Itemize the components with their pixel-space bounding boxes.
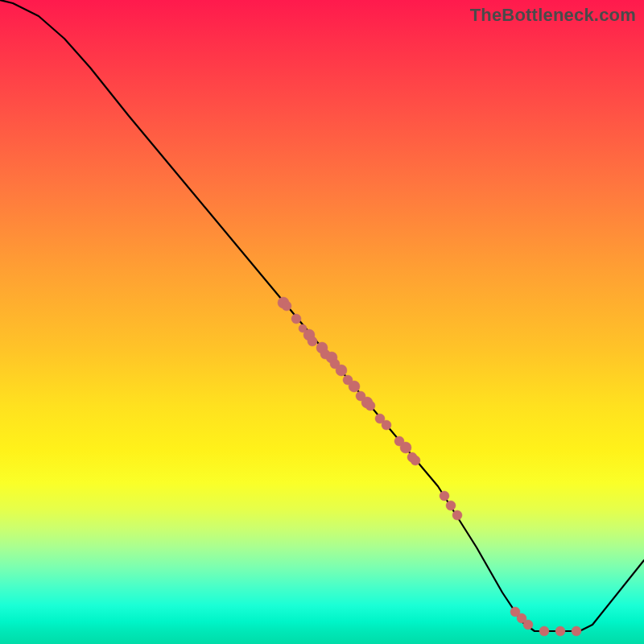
scatter-dot [365,401,375,411]
scatter-dot [308,336,317,346]
chart-svg [0,0,644,644]
scatter-dot [349,381,360,392]
scatter-dot [382,420,391,430]
scatter-dot [452,510,462,520]
scatter-dot [539,626,549,636]
scatter-dot [336,365,347,376]
scatter-dot [523,620,533,630]
chart-container: TheBottleneck.com [0,0,644,644]
scatter-dots [278,297,581,636]
scatter-dot [555,626,565,636]
scatter-dot [411,456,420,465]
scatter-dot [282,301,291,311]
scatter-dot [291,314,301,324]
scatter-dot [572,626,581,636]
curve-line [0,0,644,631]
scatter-dot [446,501,456,510]
scatter-dot [400,442,411,453]
scatter-dot [440,491,449,501]
